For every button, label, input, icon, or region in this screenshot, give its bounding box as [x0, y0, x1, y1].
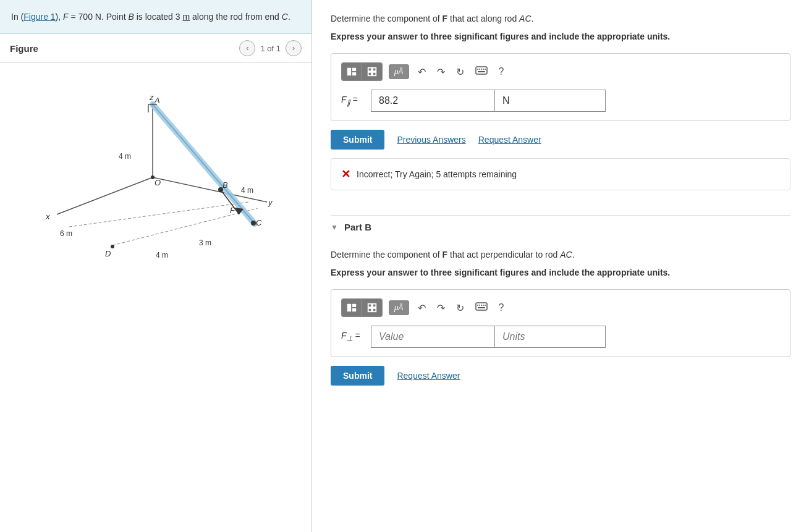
part-a-instruction: Express your answer to three significant…: [331, 30, 790, 43]
svg-rect-34: [368, 68, 371, 71]
part-b-answer-box: μÅ ↶ ↷ ↻ ?: [331, 289, 790, 357]
part-b-units-input[interactable]: [494, 326, 606, 348]
part-a-toolbar: μÅ ↶ ↷ ↻ ?: [341, 62, 780, 81]
svg-rect-52: [476, 303, 487, 310]
part-a-request-answer-btn[interactable]: Request Answer: [478, 135, 541, 145]
toolbar-redo-btn[interactable]: ↷: [434, 65, 447, 79]
right-panel: Determine the component of F that act al…: [312, 0, 809, 532]
svg-rect-48: [368, 304, 371, 307]
svg-rect-32: [352, 68, 356, 71]
figure-svg: z x y O D: [0, 63, 311, 267]
part-b-toolbar-uA-btn[interactable]: μÅ: [389, 300, 409, 315]
part-b-action-row: Submit Request Answer: [331, 366, 790, 386]
svg-point-11: [111, 245, 114, 248]
problem-text-box: In (Figure 1), F = 700 N. Point B is loc…: [0, 0, 311, 34]
part-a-action-row: Submit Previous Answers Request Answer: [331, 130, 790, 150]
part-b-toolbar-matrix-btn[interactable]: [362, 299, 382, 316]
svg-rect-49: [373, 304, 376, 307]
part-a-feedback-text: Incorrect; Try Again; 5 attempts remaini…: [357, 169, 517, 179]
svg-text:6 m: 6 m: [60, 229, 72, 238]
toolbar-undo-btn[interactable]: ↶: [415, 65, 428, 79]
part-b-submit-btn[interactable]: Submit: [331, 366, 384, 386]
part-a-feedback-box: ✕ Incorrect; Try Again; 5 attempts remai…: [331, 158, 790, 190]
part-a-input-row: F‖ =: [341, 90, 780, 112]
figure-diagram: z x y O D: [20, 66, 292, 264]
svg-rect-38: [476, 67, 487, 74]
figure-next-btn[interactable]: ›: [286, 40, 302, 56]
svg-rect-33: [352, 72, 356, 75]
svg-text:D: D: [105, 249, 111, 258]
part-b-toolbar-layout-btn[interactable]: [342, 299, 362, 316]
svg-text:C: C: [256, 218, 262, 227]
svg-text:x: x: [45, 212, 50, 221]
svg-rect-36: [368, 72, 371, 75]
svg-text:O: O: [155, 178, 161, 187]
part-b-question: Determine the component of F that act pe…: [331, 248, 790, 261]
part-b-toolbar-undo-btn[interactable]: ↶: [415, 301, 428, 315]
part-b-input-row: F⊥ =: [341, 326, 780, 348]
svg-rect-47: [352, 308, 356, 311]
svg-rect-45: [347, 304, 351, 312]
svg-rect-31: [347, 68, 351, 76]
figure-canvas: z x y O D: [0, 63, 311, 267]
problem-formula: F = 700 N. Point B is located 3 m along …: [63, 12, 290, 22]
toolbar-uA-btn[interactable]: μÅ: [389, 64, 409, 79]
figure-title: Figure: [10, 43, 38, 54]
part-a-units-input[interactable]: [494, 90, 606, 112]
svg-text:4 m: 4 m: [156, 251, 168, 260]
problem-suffix: ),: [56, 12, 63, 22]
svg-point-24: [251, 221, 256, 226]
svg-rect-51: [373, 308, 376, 311]
toolbar-layout-btn[interactable]: [342, 63, 362, 80]
part-a-previous-answers-btn[interactable]: Previous Answers: [397, 135, 465, 145]
figure-nav-count: 1 of 1: [260, 44, 281, 53]
part-b-toolbar-redo-btn[interactable]: ↷: [434, 301, 447, 315]
svg-rect-37: [373, 72, 376, 75]
svg-text:F: F: [230, 206, 235, 215]
part-b-instruction: Express your answer to three significant…: [331, 266, 790, 279]
figure-prev-btn[interactable]: ‹: [239, 40, 255, 56]
svg-text:B: B: [222, 180, 228, 190]
part-a-answer-box: μÅ ↶ ↷ ↻ ?: [331, 53, 790, 121]
part-b-input-label: F⊥ =: [341, 331, 366, 343]
svg-rect-35: [373, 68, 376, 71]
svg-rect-50: [368, 308, 371, 311]
part-b-toggle[interactable]: ▼: [331, 223, 338, 232]
figure-link[interactable]: Figure 1: [23, 12, 55, 22]
part-b-toolbar-format-group: [341, 298, 383, 317]
part-b-header: ▼ Part B: [331, 215, 790, 239]
figure-section: Figure ‹ 1 of 1 ›: [0, 34, 311, 532]
part-a-section: Determine the component of F that act al…: [331, 12, 790, 190]
svg-text:z: z: [149, 93, 154, 102]
part-a-submit-btn[interactable]: Submit: [331, 130, 384, 150]
svg-text:3 m: 3 m: [199, 239, 211, 247]
part-b-request-answer-btn[interactable]: Request Answer: [397, 371, 460, 381]
problem-prefix: In (: [11, 12, 23, 22]
part-b-toolbar-help-btn[interactable]: ?: [496, 301, 507, 315]
figure-header: Figure ‹ 1 of 1 ›: [0, 34, 311, 63]
toolbar-format-group: [341, 62, 383, 81]
toolbar-matrix-btn[interactable]: [362, 63, 382, 80]
part-a-value-input[interactable]: [371, 90, 494, 112]
left-panel: In (Figure 1), F = 700 N. Point B is loc…: [0, 0, 312, 532]
svg-text:4 m: 4 m: [119, 152, 131, 161]
part-b-toolbar: μÅ ↶ ↷ ↻ ?: [341, 298, 780, 317]
svg-rect-46: [352, 304, 356, 307]
part-a-error-icon: ✕: [341, 167, 350, 181]
svg-text:4 m: 4 m: [241, 186, 253, 195]
part-b-toolbar-keyboard-btn[interactable]: [473, 301, 490, 315]
toolbar-reset-btn[interactable]: ↻: [454, 65, 467, 79]
toolbar-help-btn[interactable]: ?: [496, 65, 507, 78]
figure-nav: ‹ 1 of 1 ›: [239, 40, 302, 56]
part-b-section: ▼ Part B Determine the component of F th…: [331, 209, 790, 386]
part-b-toolbar-reset-btn[interactable]: ↻: [454, 301, 467, 315]
part-b-value-input[interactable]: [371, 326, 494, 348]
part-b-label: Part B: [344, 222, 371, 232]
toolbar-keyboard-btn[interactable]: [473, 65, 490, 78]
part-a-input-label: F‖ =: [341, 95, 366, 107]
part-a-question: Determine the component of F that act al…: [331, 12, 790, 25]
